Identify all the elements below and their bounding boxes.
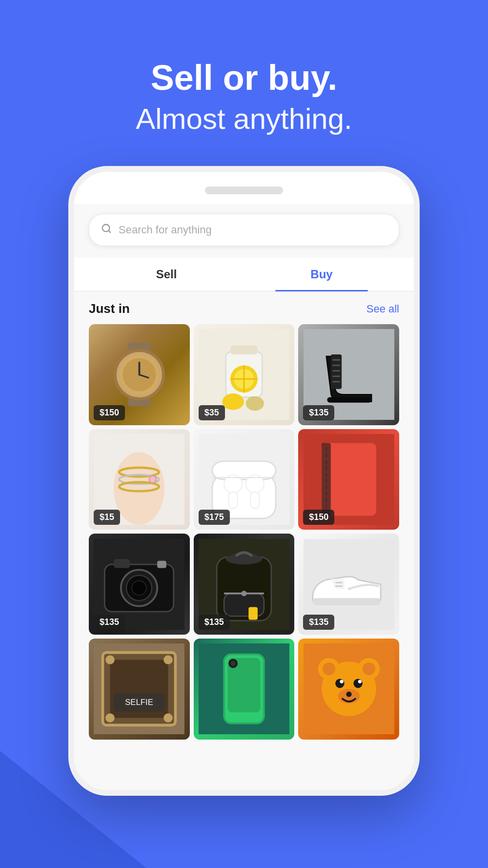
product-item-backpack[interactable]: $135	[194, 534, 295, 635]
svg-point-71	[164, 714, 173, 723]
tab-sell[interactable]: Sell	[89, 258, 244, 291]
price-badge-pants: $150	[303, 510, 334, 525]
phone-body: Search for anything Sell Buy Just in See…	[68, 166, 420, 796]
svg-point-76	[230, 661, 236, 666]
svg-rect-37	[228, 492, 238, 508]
product-item-camera[interactable]: $135	[89, 534, 190, 635]
svg-point-57	[241, 591, 246, 596]
svg-rect-35	[212, 461, 276, 479]
search-placeholder: Search for anything	[119, 224, 212, 236]
just-in-header: Just in See all	[89, 301, 399, 316]
svg-point-85	[340, 680, 343, 683]
product-item-toy[interactable]	[298, 639, 399, 740]
product-item-pants[interactable]: $150	[298, 429, 399, 530]
product-item-sneakers[interactable]: $135	[298, 534, 399, 635]
price-badge-airpods: $175	[199, 510, 230, 525]
price-badge-camera: $135	[94, 615, 125, 630]
svg-rect-39	[250, 492, 260, 508]
svg-rect-25	[327, 397, 371, 403]
price-badge-bracelets: $15	[94, 510, 120, 525]
price-badge-lemon: $35	[199, 405, 225, 420]
svg-rect-50	[114, 559, 130, 568]
product-item-frame[interactable]: SELFIE	[89, 639, 190, 740]
search-bar[interactable]: Search for anything	[89, 214, 399, 246]
product-item-airpods[interactable]: $175	[194, 429, 295, 530]
price-badge-backpack: $135	[199, 615, 230, 630]
product-item-phone-case[interactable]	[194, 639, 295, 740]
svg-text:SELFIE: SELFIE	[125, 698, 154, 707]
svg-point-16	[222, 393, 244, 410]
hero-title: Sell or buy.	[0, 59, 488, 97]
price-badge-sneakers: $135	[303, 615, 334, 630]
product-grid: $150	[89, 324, 399, 740]
phone-notch	[205, 186, 283, 194]
phone-mockup: Search for anything Sell Buy Just in See…	[68, 166, 420, 796]
price-badge-watch: $150	[94, 405, 125, 420]
price-badge-boots: $135	[303, 405, 334, 420]
svg-point-84	[353, 679, 363, 688]
product-item-lemon[interactable]: $35	[194, 324, 295, 425]
tab-bar: Sell Buy	[74, 258, 414, 291]
svg-point-86	[358, 680, 361, 683]
svg-rect-54	[224, 593, 264, 616]
svg-text:✦: ✦	[119, 471, 123, 477]
product-item-watch[interactable]: $150	[89, 324, 190, 425]
svg-point-68	[106, 656, 115, 665]
search-icon	[101, 223, 112, 237]
svg-point-17	[246, 396, 264, 411]
svg-rect-51	[158, 560, 167, 568]
svg-rect-11	[230, 346, 258, 355]
svg-point-88	[346, 692, 351, 697]
hero-section: Sell or buy. Almost anything.	[0, 0, 488, 136]
product-item-boots[interactable]: $135	[298, 324, 399, 425]
see-all-button[interactable]: See all	[366, 303, 399, 315]
section-title: Just in	[89, 301, 130, 316]
phone-screen: Search for anything Sell Buy Just in See…	[74, 204, 414, 790]
svg-rect-58	[248, 607, 258, 620]
tab-buy[interactable]: Buy	[244, 258, 399, 291]
hero-subtitle: Almost anything.	[0, 102, 488, 136]
svg-point-83	[335, 679, 345, 688]
svg-line-1	[108, 230, 110, 232]
svg-point-81	[323, 662, 335, 675]
svg-rect-60	[312, 598, 381, 605]
svg-point-49	[132, 580, 146, 595]
svg-point-31	[149, 476, 157, 483]
svg-point-69	[164, 656, 173, 665]
svg-point-70	[106, 714, 115, 723]
svg-point-82	[363, 662, 375, 675]
svg-point-55	[226, 553, 262, 564]
product-item-bracelets[interactable]: ✦ $15	[89, 429, 190, 530]
